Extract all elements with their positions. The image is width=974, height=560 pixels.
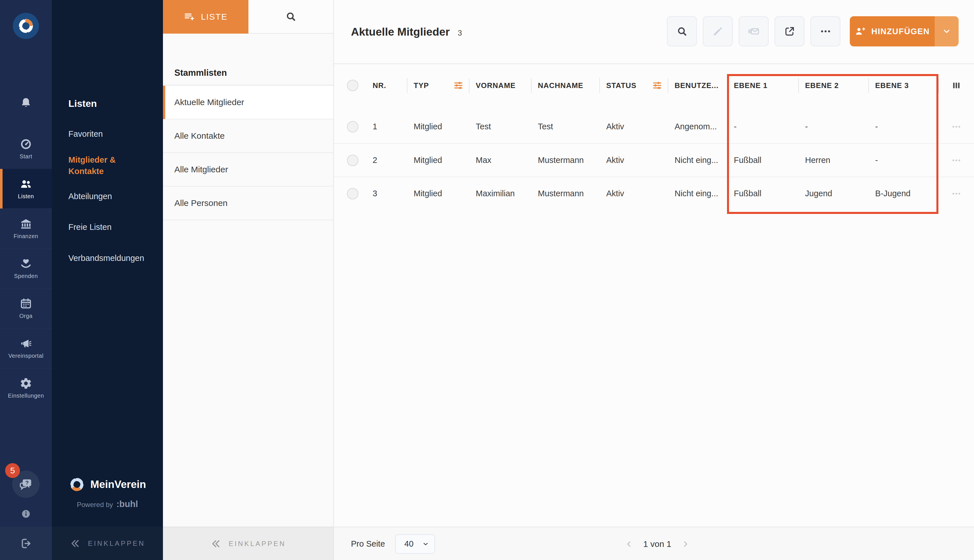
- swirl-logo-icon: [17, 17, 35, 35]
- chevron-down-icon: [942, 27, 951, 36]
- column-header-ebene2[interactable]: EBENE 2: [798, 74, 868, 97]
- new-liste-button[interactable]: LISTE: [163, 0, 249, 33]
- sidebar-item-listen[interactable]: Listen: [0, 168, 52, 208]
- sidebar-item-vereinsportal[interactable]: Vereinsportal: [0, 328, 52, 368]
- table-header: NR. TYP VORNAME NACHNAME STATUS BENUTZE.…: [334, 74, 974, 97]
- table-row[interactable]: 1 Mitglied Test Test Aktiv Angenom... - …: [334, 110, 974, 143]
- notifications-button[interactable]: [0, 96, 52, 110]
- logout-icon: [19, 537, 32, 550]
- column-header-nr[interactable]: NR.: [366, 74, 407, 97]
- filter-sliders-icon[interactable]: [651, 80, 663, 92]
- sidebar-item-label: Start: [20, 153, 32, 160]
- cell-ebene1: Fußball: [727, 189, 798, 198]
- row-actions-button[interactable]: [938, 155, 974, 165]
- column-header-label: TYP: [414, 81, 429, 90]
- info-button[interactable]: [0, 508, 52, 519]
- gear-icon: [20, 377, 32, 390]
- sidebar-item-label: Finanzen: [14, 233, 38, 240]
- send-mail-icon: [748, 25, 760, 37]
- column-settings-cell: [938, 74, 974, 97]
- column-header-ebene1[interactable]: EBENE 1: [727, 74, 798, 97]
- cell-ebene1: -: [727, 122, 798, 131]
- toolbar: HINZUFÜGEN: [667, 16, 959, 47]
- person-plus-icon: [855, 26, 866, 37]
- sidebar-item-einstellungen[interactable]: Einstellungen: [0, 368, 52, 408]
- brand-block: MeinVerein: [52, 476, 163, 493]
- column-header-status[interactable]: STATUS: [599, 74, 668, 97]
- list-search-button[interactable]: [249, 0, 333, 33]
- row-actions-button[interactable]: [938, 188, 974, 199]
- collapse-label: EINKLAPPEN: [229, 540, 286, 548]
- app-logo[interactable]: [13, 13, 39, 39]
- per-page-label: Pro Seite: [351, 539, 385, 548]
- nav-item-mitglieder-kontakte[interactable]: Mitglieder & Kontakte: [68, 154, 142, 177]
- cell-benutzerkonto: Nicht eing...: [668, 189, 727, 198]
- cell-ebene3: -: [868, 122, 938, 131]
- list-item-alle-mitglieder[interactable]: Alle Mitglieder: [163, 153, 333, 187]
- nav-item-abteilungen[interactable]: Abteilungen: [68, 190, 142, 202]
- chevron-left-icon[interactable]: [624, 540, 634, 548]
- column-header-ebene3[interactable]: EBENE 3: [868, 74, 938, 97]
- double-chevron-left-icon: [210, 538, 221, 549]
- double-chevron-left-icon: [70, 538, 81, 549]
- cell-typ: Mitglied: [407, 122, 469, 131]
- cell-typ: Mitglied: [407, 155, 469, 165]
- column-header-nachname[interactable]: NACHNAME: [531, 74, 599, 97]
- nav-item-freie-listen[interactable]: Freie Listen: [68, 221, 142, 233]
- nav-item-favoriten[interactable]: Favoriten: [68, 128, 142, 140]
- add-member-dropdown[interactable]: [935, 16, 959, 47]
- per-page-select[interactable]: 40: [395, 534, 435, 554]
- column-header-typ[interactable]: TYP: [407, 74, 469, 97]
- sidebar-item-start[interactable]: Start: [0, 129, 52, 168]
- add-member-main[interactable]: HINZUFÜGEN: [850, 16, 935, 47]
- cell-vorname: Max: [469, 155, 531, 165]
- ellipsis-icon: [820, 25, 832, 37]
- help-badge: 5: [5, 463, 20, 478]
- collapse-stammlisten-panel-button[interactable]: EINKLAPPEN: [163, 527, 333, 560]
- sidebar-item-label: Orga: [19, 313, 32, 319]
- sidebar-item-finanzen[interactable]: Finanzen: [0, 208, 52, 248]
- edit-button[interactable]: [703, 16, 733, 47]
- people-icon: [20, 178, 32, 190]
- per-page-value: 40: [404, 539, 414, 548]
- nav-item-verbandsmeldungen[interactable]: Verbandsmeldungen: [68, 252, 142, 264]
- sidebar-item-spenden[interactable]: Spenden: [0, 248, 52, 288]
- section-title: Stammlisten: [174, 68, 227, 78]
- add-member-button[interactable]: HINZUFÜGEN: [850, 16, 959, 47]
- row-checkbox[interactable]: [347, 121, 359, 132]
- select-all-checkbox[interactable]: [347, 80, 359, 91]
- brand-name: MeinVerein: [90, 478, 146, 490]
- column-settings-button[interactable]: [938, 80, 974, 91]
- donate-icon: [20, 257, 32, 270]
- column-header-benutzerkonto[interactable]: BENUTZE...: [668, 74, 727, 97]
- cell-ebene3: -: [868, 155, 938, 165]
- column-header-label: STATUS: [606, 81, 636, 90]
- table-row[interactable]: 3 Mitglied Maximilian Mustermann Aktiv N…: [334, 177, 974, 210]
- cell-ebene2: Jugend: [798, 189, 868, 198]
- table-search-button[interactable]: [667, 16, 697, 47]
- chevron-right-icon[interactable]: [681, 540, 690, 548]
- cell-vorname: Maximilian: [469, 189, 531, 198]
- list-item-alle-personen[interactable]: Alle Personen: [163, 187, 333, 220]
- section-header: Stammlisten: [163, 33, 333, 85]
- row-checkbox[interactable]: [347, 188, 359, 199]
- more-actions-button[interactable]: [811, 16, 841, 47]
- page-indicator: 1 von 1: [643, 539, 671, 549]
- send-mail-button[interactable]: [739, 16, 769, 47]
- column-header-vorname[interactable]: VORNAME: [469, 74, 531, 97]
- page-title: Aktuelle Mitglieder: [351, 26, 450, 38]
- collapse-listen-panel-button[interactable]: EINKLAPPEN: [52, 527, 163, 560]
- filter-sliders-icon[interactable]: [452, 80, 464, 92]
- table-row[interactable]: 2 Mitglied Max Mustermann Aktiv Nicht ei…: [334, 143, 974, 177]
- sidebar-item-orga[interactable]: Orga: [0, 288, 52, 328]
- megaphone-icon: [20, 337, 32, 350]
- export-button[interactable]: [775, 16, 804, 47]
- row-checkbox[interactable]: [347, 155, 359, 166]
- list-item-aktuelle-mitglieder[interactable]: Aktuelle Mitglieder: [163, 86, 333, 119]
- logout-button[interactable]: [0, 527, 52, 560]
- list-item-alle-kontakte[interactable]: Alle Kontakte: [163, 119, 333, 153]
- row-actions-button[interactable]: [938, 122, 974, 132]
- dashboard-icon: [20, 138, 32, 150]
- cell-status: Aktiv: [599, 189, 668, 198]
- cell-nachname: Mustermann: [531, 155, 599, 165]
